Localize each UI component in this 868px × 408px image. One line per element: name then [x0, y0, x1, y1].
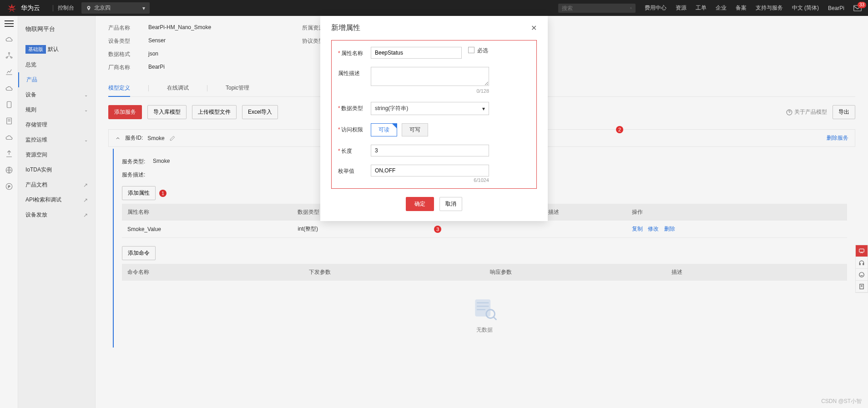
dtype-label: 数据类型	[341, 105, 363, 111]
search-icon	[630, 5, 632, 11]
close-icon[interactable]: ✕	[531, 24, 537, 32]
access-read-toggle[interactable]: 可读	[371, 123, 397, 136]
dtype-select[interactable]: string(字符串) ▾	[371, 102, 489, 115]
region-selector[interactable]: 北京四 ▾	[81, 2, 150, 14]
console-link[interactable]: 控制台	[58, 4, 74, 12]
length-label: 长度	[341, 148, 352, 154]
nav-user[interactable]: BearPi	[828, 5, 844, 11]
desc-counter: 0/128	[371, 88, 489, 94]
brand-text: 华为云	[21, 4, 40, 12]
svg-point-0	[630, 7, 631, 8]
chevron-down-icon: ▾	[482, 106, 485, 112]
nav-lang[interactable]: 中文 (简体)	[792, 4, 819, 12]
access-write-toggle[interactable]: 可写	[402, 123, 428, 136]
confirm-button[interactable]: 确定	[406, 197, 434, 211]
step-badge-3: 3	[434, 226, 441, 233]
pin-icon	[86, 5, 91, 11]
mail-badge: 33	[858, 2, 866, 8]
search-input[interactable]	[562, 5, 630, 11]
required-label: 必选	[477, 47, 488, 55]
modal-form: 2 *属性名称 必选 属性描述 0/128 *数据类型 string(字符串) …	[331, 40, 537, 189]
access-label: 访问权限	[341, 126, 363, 133]
attr-desc-input[interactable]	[371, 67, 489, 86]
huawei-logo-icon	[6, 3, 17, 14]
chevron-down-icon: ▾	[142, 5, 145, 11]
region-label: 北京四	[94, 4, 111, 12]
mail-icon[interactable]: 33	[853, 5, 862, 11]
attr-name-input[interactable]	[371, 47, 462, 59]
nav-icp[interactable]: 备案	[736, 4, 747, 12]
nav-resource[interactable]: 资源	[676, 4, 686, 12]
attr-desc-label: 属性描述	[338, 70, 360, 76]
attr-name-label: 属性名称	[341, 50, 363, 56]
enum-counter: 6/1024	[371, 177, 489, 183]
nav-support[interactable]: 支持与服务	[756, 4, 783, 12]
add-attribute-modal: 新增属性 ✕ 2 *属性名称 必选 属性描述 0/128 *数据类型	[320, 16, 548, 221]
svg-line-1	[631, 8, 631, 9]
nav-enterprise[interactable]: 企业	[716, 4, 727, 12]
nav-ticket[interactable]: 工单	[696, 4, 707, 12]
step-badge-2: 2	[616, 126, 623, 133]
length-input[interactable]	[371, 145, 489, 156]
cancel-button[interactable]: 取消	[439, 197, 462, 211]
enum-label: 枚举值	[338, 168, 354, 174]
separator	[53, 5, 53, 11]
header-search[interactable]	[558, 4, 636, 13]
enum-input[interactable]	[371, 165, 489, 176]
modal-title: 新增属性	[331, 23, 360, 33]
modal-overlay: 新增属性 ✕ 2 *属性名称 必选 属性描述 0/128 *数据类型	[0, 16, 868, 408]
required-checkbox[interactable]	[468, 47, 474, 53]
nav-billing[interactable]: 费用中心	[645, 4, 666, 12]
top-header: 华为云 控制台 北京四 ▾ 费用中心 资源 工单 企业 备案 支持与服务 中文 …	[0, 0, 868, 16]
